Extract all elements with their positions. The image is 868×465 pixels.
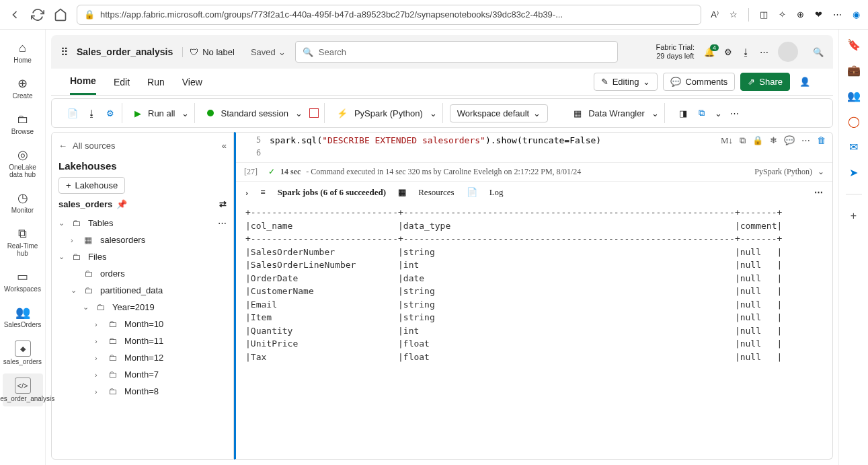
notebook-editor[interactable]: M↓ ⧉ 🔒 ❄ 💬 ⋯ 🗑 5 spark.sql("DESCRIBE EXT… [234,132,833,460]
rail-browse[interactable]: 🗀Browse [3,108,43,139]
chevron-right-icon[interactable]: › [245,187,248,198]
code-line[interactable]: 6 [236,145,832,158]
settings-icon[interactable]: ⚙ [724,47,732,57]
collections-icon[interactable]: ⊕ [797,9,804,20]
back-icon[interactable] [8,8,22,22]
stop-button[interactable] [309,108,319,118]
language-selector[interactable]: PySpark (Python) [354,108,423,118]
chevron-down-icon[interactable]: ⌄ [295,108,303,118]
folder-month[interactable]: ›🗀Month=10 [58,316,227,332]
spark-jobs-link[interactable]: Spark jobs (6 of 6 succeeded) [278,187,386,198]
rail-notebook[interactable]: </>Sales_order_analysis [3,373,43,406]
folder-month[interactable]: ›🗀Month=12 [58,349,227,366]
line-number: 5 [256,135,261,145]
more-icon[interactable]: ⋯ [218,218,227,228]
copilot-icon[interactable]: ◉ [853,9,860,20]
outlook-icon[interactable]: ✉ [847,140,861,153]
workspace-icon: 👥 [15,305,30,320]
save-icon[interactable]: 📄 [67,107,79,119]
refresh-icon[interactable] [31,8,44,22]
table-salesorders[interactable]: ›▦salesorders [58,231,227,248]
rail-monitor[interactable]: ◷Monitor [3,186,43,218]
save-status[interactable]: Saved ⌄ [251,47,286,57]
download-icon[interactable]: ⭳ [742,47,750,57]
rail-salesorders-lh[interactable]: ◆sales_orders [3,336,43,369]
more-icon[interactable]: ⋯ [729,107,741,119]
chevron-down-icon[interactable]: ⌄ [430,108,437,118]
folder-month[interactable]: ›🗀Month=7 [58,366,227,383]
arrow-left-icon: ← [58,141,67,151]
search-input[interactable]: 🔍 Search [295,41,618,63]
settings-icon[interactable]: ⚙ [104,107,116,119]
chevron-down-icon[interactable]: ⌄ [652,108,659,118]
url-bar[interactable]: 🔒 https://app.fabric.microsoft.com/group… [77,5,701,25]
rail-create[interactable]: ⊕Create [3,72,43,104]
tables-node[interactable]: ⌄🗀Tables⋯ [58,215,227,231]
resources-link[interactable]: Resources [418,187,454,198]
tab-home[interactable]: Home [70,69,96,95]
comments-button[interactable]: 💬Comments [663,73,735,91]
folder-month[interactable]: ›🗀Month=8 [58,383,227,400]
briefcase-icon[interactable]: 💼 [847,63,861,77]
download-icon[interactable]: ⭳ [85,107,97,119]
folder-month[interactable]: ›🗀Month=11 [58,332,227,349]
office-icon[interactable]: ◯ [847,114,861,128]
active-lakehouse[interactable]: sales_orders 📌 ⇄ [58,194,227,215]
people-icon[interactable]: 👤 [795,77,814,87]
sensitivity-label[interactable]: 🛡 No label [182,47,241,57]
notifications-button[interactable]: 🔔 4 [704,47,715,57]
pin-icon[interactable]: 📌 [116,199,127,209]
trial-status[interactable]: Fabric Trial: 29 days left [656,43,695,61]
collapse-icon[interactable]: « [222,141,227,151]
send-icon[interactable]: ➤ [847,166,861,179]
tab-edit[interactable]: Edit [114,70,130,94]
all-sources-button[interactable]: ← All sources « [58,138,227,153]
log-link[interactable]: Log [489,187,504,198]
rail-realtime[interactable]: ⧉Real-Time hub [3,222,43,261]
chevron-down-icon[interactable]: ⌄ [715,108,722,118]
folder-icon: 🗀 [108,369,120,380]
tag-icon[interactable]: 🔖 [847,38,861,51]
layout-icon[interactable]: ◨ [677,107,689,119]
rail-onelake[interactable]: ◎OneLake data hub [3,143,43,182]
more-icon[interactable]: ⋯ [814,187,823,198]
notebook-name[interactable]: Sales_order_analysis [77,46,173,57]
environment-selector[interactable]: Workspace default ⌄ [450,104,548,122]
share-button[interactable]: ⇗Share [740,73,790,91]
favorite-icon[interactable]: ☆ [729,9,738,20]
health-icon[interactable]: ❤ [815,9,822,20]
refresh-icon[interactable]: ⇄ [219,199,227,209]
session-selector[interactable]: Standard session [221,108,288,118]
folder-orders[interactable]: 🗀orders [58,265,227,282]
folder-partitioned[interactable]: ⌄🗀partitioned_data [58,282,227,299]
rail-salesorders-ws[interactable]: 👥SalesOrders [3,301,43,332]
add-app-icon[interactable]: + [847,209,861,223]
rail-workspaces[interactable]: ▭Workspaces [3,265,43,297]
search-toggle-icon[interactable]: 🔍 [813,47,824,57]
vscode-icon[interactable]: ⧉ [696,107,708,119]
people-icon[interactable]: 👥 [847,89,861,102]
code-line[interactable]: 5 spark.sql("DESCRIBE EXTENDED salesorde… [236,133,832,145]
data-wrangler-button[interactable]: Data Wrangler [588,108,645,118]
editing-mode-button[interactable]: ✎Editing⌄ [594,73,658,91]
plus-circle-icon: ⊕ [15,76,30,91]
files-node[interactable]: ⌄🗀Files [58,248,227,265]
folder-year[interactable]: ⌄🗀Year=2019 [58,299,227,316]
rail-home[interactable]: ⌂Home [3,36,43,68]
split-icon[interactable]: ◫ [760,9,768,20]
plus-icon: + [66,180,71,190]
more-icon[interactable]: ⋯ [760,47,768,57]
more-icon[interactable]: ⋯ [833,9,842,20]
user-avatar[interactable] [778,42,798,62]
favorites-bar-icon[interactable]: ✧ [779,9,786,20]
app-launcher-icon[interactable]: ⠿ [61,46,67,59]
home-icon[interactable] [54,8,67,22]
add-lakehouse-button[interactable]: + Lakehouse [58,177,125,194]
read-aloud-icon[interactable]: A⁾ [711,9,719,20]
tab-view[interactable]: View [182,70,202,94]
run-all-button[interactable]: Run all [148,108,175,118]
cell-language[interactable]: PySpark (Python) [754,167,812,177]
chevron-down-icon[interactable]: ⌄ [818,167,824,177]
tab-run[interactable]: Run [147,70,165,94]
chevron-down-icon[interactable]: ⌄ [182,108,189,118]
